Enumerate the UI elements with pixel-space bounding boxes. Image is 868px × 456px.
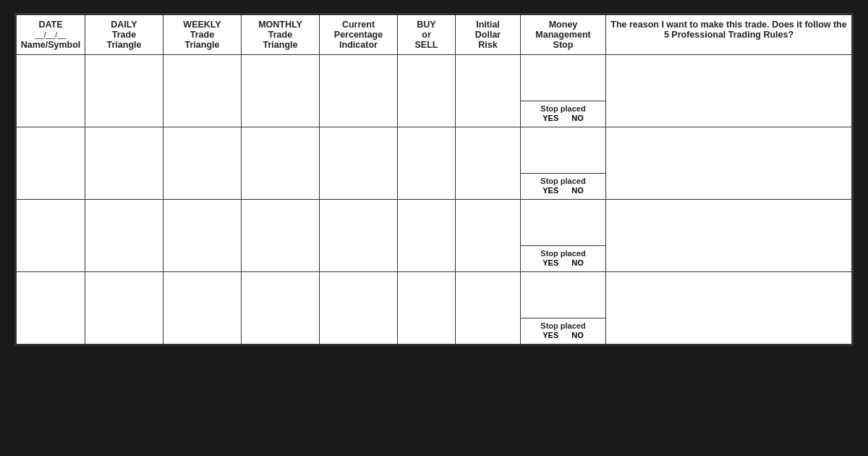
date-cell-3[interactable] bbox=[17, 200, 85, 272]
no-label-2: NO bbox=[571, 186, 584, 195]
current-header: Current Percentage Indicator bbox=[320, 15, 398, 55]
buy-sell-line1: BUY bbox=[417, 20, 435, 30]
weekly-cell-3[interactable] bbox=[163, 200, 242, 272]
reason-cell-2[interactable] bbox=[606, 127, 852, 200]
date-header: DATE __/__/__ Name/Symbol bbox=[17, 15, 85, 55]
buy-sell-cell-1[interactable] bbox=[398, 55, 456, 127]
daily-line3: Triangle bbox=[107, 40, 142, 50]
daily-cell-2[interactable] bbox=[85, 127, 163, 200]
stop-placed-label-1: Stop placed bbox=[521, 104, 605, 113]
stop-placed-label-3: Stop placed bbox=[521, 249, 605, 258]
no-label-3: NO bbox=[571, 258, 584, 267]
table-container: DATE __/__/__ Name/Symbol DAILY Trade Tr… bbox=[14, 13, 854, 346]
monthly-cell-4[interactable] bbox=[242, 272, 320, 345]
trading-table: DATE __/__/__ Name/Symbol DAILY Trade Tr… bbox=[16, 14, 852, 345]
yes-label-1: YES bbox=[542, 114, 558, 122]
initial-cell-3[interactable] bbox=[456, 200, 521, 272]
weekly-cell-2[interactable] bbox=[163, 127, 242, 200]
monthly-line1: MONTHLY bbox=[258, 20, 302, 30]
initial-cell-1[interactable] bbox=[456, 55, 521, 127]
date-label: DATE bbox=[38, 20, 62, 30]
monthly-cell-2[interactable] bbox=[242, 127, 320, 200]
money-line2: Management bbox=[535, 30, 590, 40]
monthly-header: MONTHLY Trade Triangle bbox=[242, 15, 320, 55]
no-label-1: NO bbox=[571, 114, 584, 122]
stop-placed-label-4: Stop placed bbox=[521, 321, 605, 330]
daily-line1: DAILY bbox=[111, 20, 137, 30]
current-line2: Percentage bbox=[334, 30, 383, 40]
table-row: Stop placedYESNO bbox=[17, 200, 852, 272]
daily-line2: Trade bbox=[112, 30, 136, 40]
table-row: Stop placedYESNO bbox=[17, 55, 852, 127]
date-cell-4[interactable] bbox=[17, 272, 85, 345]
monthly-line2: Trade bbox=[268, 30, 292, 40]
header-row: DATE __/__/__ Name/Symbol DAILY Trade Tr… bbox=[17, 15, 852, 55]
current-cell-4[interactable] bbox=[320, 272, 398, 345]
current-cell-2[interactable] bbox=[320, 127, 398, 200]
daily-cell-1[interactable] bbox=[85, 55, 163, 127]
table-row: Stop placedYESNO bbox=[17, 127, 852, 200]
initial-line1: Initial bbox=[476, 20, 500, 30]
buy-sell-header: BUY or SELL bbox=[398, 15, 456, 55]
stop-yes-no-2: YESNO bbox=[521, 186, 605, 195]
monthly-cell-3[interactable] bbox=[242, 200, 320, 272]
money-cell-1[interactable]: Stop placedYESNO bbox=[521, 55, 606, 127]
money-management-header: Money Management Stop bbox=[521, 15, 606, 55]
buy-sell-line2: or bbox=[422, 30, 431, 40]
buy-sell-cell-4[interactable] bbox=[398, 272, 456, 345]
date-cell-1[interactable] bbox=[17, 55, 85, 127]
reason-cell-1[interactable] bbox=[606, 55, 852, 127]
name-symbol-label: Name/Symbol bbox=[21, 40, 81, 50]
weekly-cell-4[interactable] bbox=[163, 272, 242, 345]
weekly-line1: WEEKLY bbox=[183, 20, 221, 30]
current-line1: Current bbox=[342, 20, 375, 30]
reason-cell-4[interactable] bbox=[606, 272, 852, 345]
money-cell-2[interactable]: Stop placedYESNO bbox=[521, 127, 606, 200]
page-wrapper: DATE __/__/__ Name/Symbol DAILY Trade Tr… bbox=[0, 0, 868, 456]
current-line3: Indicator bbox=[339, 40, 378, 50]
yes-label-4: YES bbox=[542, 331, 558, 339]
money-line3: Stop bbox=[553, 40, 574, 50]
weekly-header: WEEKLY Trade Triangle bbox=[163, 15, 242, 55]
table-row: Stop placedYESNO bbox=[17, 272, 852, 345]
yes-label-2: YES bbox=[542, 186, 558, 195]
money-cell-4[interactable]: Stop placedYESNO bbox=[521, 272, 606, 345]
initial-line2: Dollar bbox=[475, 30, 501, 40]
reason-text: The reason I want to make this trade. Do… bbox=[610, 20, 846, 40]
daily-cell-3[interactable] bbox=[85, 200, 163, 272]
stop-yes-no-1: YESNO bbox=[521, 114, 605, 122]
date-format: __/__/__ bbox=[35, 30, 67, 39]
weekly-cell-1[interactable] bbox=[163, 55, 242, 127]
buy-sell-cell-2[interactable] bbox=[398, 127, 456, 200]
daily-header: DAILY Trade Triangle bbox=[85, 15, 163, 55]
buy-sell-cell-3[interactable] bbox=[398, 200, 456, 272]
stop-yes-no-3: YESNO bbox=[521, 258, 605, 267]
initial-cell-2[interactable] bbox=[456, 127, 521, 200]
monthly-line3: Triangle bbox=[263, 40, 298, 50]
date-cell-2[interactable] bbox=[17, 127, 85, 200]
initial-line3: Risk bbox=[478, 40, 497, 50]
daily-cell-4[interactable] bbox=[85, 272, 163, 345]
weekly-line2: Trade bbox=[190, 30, 214, 40]
money-line1: Money bbox=[549, 20, 578, 30]
stop-placed-label-2: Stop placed bbox=[521, 177, 605, 185]
yes-label-3: YES bbox=[542, 258, 558, 267]
reason-header: The reason I want to make this trade. Do… bbox=[606, 15, 852, 55]
initial-dollar-header: Initial Dollar Risk bbox=[456, 15, 521, 55]
money-cell-3[interactable]: Stop placedYESNO bbox=[521, 200, 606, 272]
buy-sell-line3: SELL bbox=[415, 40, 438, 50]
current-cell-1[interactable] bbox=[320, 55, 398, 127]
monthly-cell-1[interactable] bbox=[242, 55, 320, 127]
weekly-line3: Triangle bbox=[185, 40, 220, 50]
reason-cell-3[interactable] bbox=[606, 200, 852, 272]
initial-cell-4[interactable] bbox=[456, 272, 521, 345]
no-label-4: NO bbox=[571, 331, 584, 339]
current-cell-3[interactable] bbox=[320, 200, 398, 272]
stop-yes-no-4: YESNO bbox=[521, 331, 605, 339]
